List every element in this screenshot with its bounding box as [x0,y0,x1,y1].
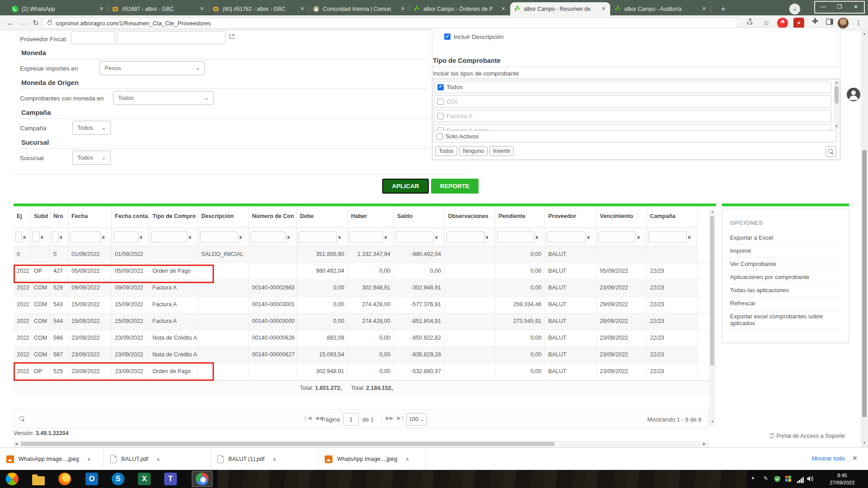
scroll-up-icon[interactable]: ▲ [863,32,866,36]
page-number-input[interactable] [343,413,359,426]
clear-filter-icon[interactable]: x [435,235,438,240]
column-filter-input[interactable] [598,232,636,242]
incluir-descripcion-checkbox[interactable] [444,33,451,40]
opciones-item-6[interactable]: Refrescar [730,297,842,310]
table-row[interactable]: 2022COM56723/09/202223/09/2022Nota de Cr… [14,347,709,364]
volume-icon[interactable] [807,476,814,483]
reporte-button[interactable]: REPORTE [431,179,479,194]
column-filter-input[interactable] [151,232,187,242]
column-filter-input[interactable] [547,232,586,242]
browser-tab-6[interactable]: albor Campo - Resumen de✕ [510,2,610,15]
listbox-scrollbar[interactable]: ▲ ▼ [834,80,840,129]
opciones-item-3[interactable]: Ver Comprobante [730,257,842,271]
column-header-haber[interactable]: Haber [348,206,394,228]
column-filter-input[interactable] [33,232,39,242]
teams-icon[interactable]: T [160,471,181,487]
column-filter-input[interactable] [114,232,138,242]
download-item-1[interactable]: WhatsApp Image....jpeg∧ [0,448,104,470]
show-all-downloads-link[interactable]: Mostrar todo [812,455,845,462]
clear-filter-icon[interactable]: x [338,235,341,240]
clear-filter-icon[interactable]: x [688,235,691,240]
column-filter-input[interactable] [15,232,22,242]
bookmark-star-icon[interactable]: ☆ [761,18,772,28]
browser-tab-2[interactable]: #51687 - albor - GBC✕ [109,2,209,15]
tab-close-icon[interactable]: ✕ [399,6,406,12]
column-filter-input[interactable] [446,232,484,242]
ninguno-mini-button[interactable]: Ninguno [459,146,488,156]
download-item-2[interactable]: BALUT.pdf∧ [104,448,211,470]
start-button[interactable] [2,471,23,487]
column-header-nro[interactable]: Nro [50,206,68,228]
clear-filter-icon[interactable]: x [102,235,105,240]
table-vertical-scrollbar[interactable]: ▲ ▼ [709,209,716,425]
proveedor-fiscal-code-input[interactable] [71,31,115,44]
opciones-item-2[interactable]: Imprimir [730,244,842,258]
clear-filter-icon[interactable]: x [60,235,62,240]
close-button[interactable]: ✕ [848,2,864,13]
chrome-menu-icon[interactable]: ⋮ [853,18,864,28]
fast-forward-extension-icon[interactable]: » [793,18,804,28]
network-signal-icon[interactable] [797,477,804,483]
column-header-observaciones[interactable]: Observaciones [445,206,495,228]
tab-close-icon[interactable]: ✕ [199,6,205,12]
aplicar-button[interactable]: APLICAR [382,179,429,194]
scroll-left-icon[interactable]: ◀ [15,442,18,446]
browser-tab-5[interactable]: albor Campo - Órdenes de P✕ [410,2,510,15]
last-page-icon[interactable]: ▶❘ [397,415,405,421]
table-row[interactable]: 0001/09/202201/09/2022SALDO_INICIAL351.8… [14,246,709,263]
column-filter-input[interactable] [70,232,101,242]
tab-search-icon[interactable]: ⌄ [789,4,800,14]
invertir-mini-button[interactable]: Invertir [489,146,514,156]
table-row[interactable]: 2022COM56623/09/202223/09/2022Nota de Cr… [14,330,709,347]
column-header-tipo-de-compro[interactable]: Tipo de Compro [149,206,198,228]
column-header-vencimiento[interactable]: Vencimiento [597,206,647,228]
column-filter-input[interactable] [497,232,534,242]
clear-filter-icon[interactable]: x [189,235,191,240]
page-scrollbar[interactable]: ▲ ▼ [861,30,868,447]
address-bar[interactable]: copronor.alboragro.com/1/Resumen_Cta_Cte… [42,18,738,28]
column-filter-input[interactable] [396,232,434,242]
excel-icon[interactable]: X [134,471,155,487]
table-row[interactable]: 2022OP52523/09/202223/09/2022Orden de Pa… [14,364,709,380]
tab-close-icon[interactable]: ✕ [299,6,306,12]
column-header-saldo[interactable]: Saldo [394,206,445,228]
page-size-select[interactable]: 100⌄ [406,413,427,426]
column-header-debe[interactable]: Debe [297,206,348,228]
column-filter-input[interactable] [52,232,58,242]
download-chevron-icon[interactable]: ∧ [87,456,90,462]
table-row[interactable]: 2022COM54315/09/202215/09/2022Factura A0… [14,297,709,313]
tipo-option-factura-a[interactable]: Factura A [434,110,831,122]
first-page-icon[interactable]: ❘◀ [304,415,312,421]
adblock-extension-icon[interactable] [777,18,788,28]
sucursal-select[interactable]: Todos⌄ [72,151,111,165]
scroll-down-icon[interactable]: ▼ [834,123,840,129]
clear-filter-icon[interactable]: x [587,235,590,240]
todos-mini-button[interactable]: Todos [435,146,457,156]
option-checkbox[interactable] [437,113,444,119]
outlook-icon[interactable]: O [81,471,102,487]
solo-activos-row[interactable]: Solo Activos [433,130,837,142]
browser-tab-4[interactable]: Comunidad Interna | Comun✕ [309,2,409,15]
solo-activos-checkbox[interactable] [436,133,443,140]
tab-close-icon[interactable]: ✕ [701,6,707,12]
expresar-importes-select[interactable]: Pesos⌄ [100,61,205,75]
portal-soporte-link[interactable]: Portal de Acceso a Soporte [769,433,845,439]
tab-close-icon[interactable]: ✕ [98,6,105,12]
forward-icon[interactable]: → [17,17,29,29]
column-header-ej[interactable]: Ej [14,206,31,228]
clear-filter-icon[interactable]: x [287,235,290,240]
column-header-subd[interactable]: Subd [31,206,50,228]
profile-avatar[interactable] [838,18,849,28]
table-row[interactable]: 2022COM52909/09/202209/09/2022Factura A0… [14,280,709,297]
maximize-button[interactable]: ❐ [831,2,848,13]
close-downloads-icon[interactable]: ✕ [852,455,858,462]
download-chevron-icon[interactable]: ∧ [273,456,276,462]
scroll-up-icon[interactable]: ▲ [834,80,840,85]
table-horizontal-scrollbar[interactable]: ◀ ▶ [14,441,709,447]
opciones-item-1[interactable]: Exportar a Excel [730,231,842,245]
table-row[interactable]: 2022COM54415/09/202215/09/2022Factura A0… [14,313,709,330]
download-item-4[interactable]: WhatsApp Image....jpeg∧ [318,448,426,470]
column-filter-input[interactable] [251,232,286,242]
tipo-option-cdi[interactable]: CDI [434,95,831,108]
scroll-down-icon[interactable]: ▼ [863,441,866,445]
